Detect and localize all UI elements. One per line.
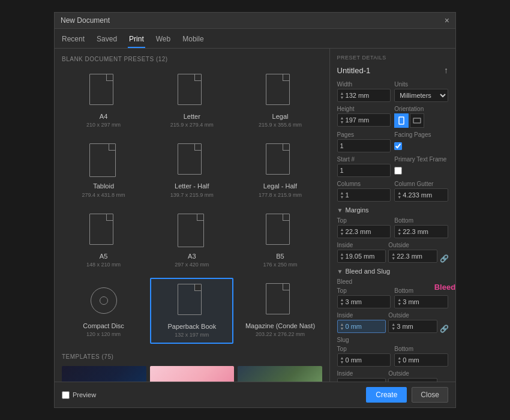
tab-web[interactable]: Web	[155, 32, 172, 48]
pages-input[interactable]	[337, 139, 391, 152]
height-up[interactable]: ▲	[340, 116, 344, 120]
tab-saved[interactable]: Saved	[95, 32, 118, 48]
height-input[interactable]: ▲ ▼	[337, 113, 391, 127]
facing-pages-checkbox[interactable]	[394, 142, 402, 150]
slug-outside-up[interactable]: ▲	[391, 380, 395, 382]
bleed-outside-input[interactable]: ▲ ▼	[388, 320, 437, 333]
margin-top-down[interactable]: ▼	[340, 232, 344, 236]
margin-bottom-field[interactable]	[403, 228, 445, 235]
bleed-link-icon[interactable]: 🔗	[440, 325, 448, 333]
margin-bottom-down[interactable]: ▼	[397, 232, 401, 236]
slug-bottom-input[interactable]: ▲ ▼	[394, 353, 448, 367]
bleed-slug-chevron[interactable]: ▼	[337, 268, 343, 275]
preset-legal-half[interactable]: Legal - Half 177.8 x 215.9 mm	[238, 138, 322, 203]
margins-link-icon[interactable]: 🔗	[440, 254, 448, 263]
margin-outside-down[interactable]: ▼	[391, 256, 395, 260]
preset-b5[interactable]: B5 176 x 250 mm	[238, 208, 322, 273]
gutter-up[interactable]: ▲	[397, 191, 401, 195]
bleed-top-field[interactable]	[346, 298, 388, 305]
height-field[interactable]	[346, 116, 388, 124]
slug-bottom-up[interactable]: ▲	[397, 356, 401, 360]
tab-recent[interactable]: Recent	[61, 32, 86, 48]
columns-field[interactable]	[346, 191, 388, 199]
slug-top-field[interactable]	[346, 356, 388, 364]
template-thumb-3[interactable]	[238, 366, 322, 382]
margin-outside-input[interactable]: ▲ ▼	[388, 250, 437, 263]
slug-outside-field[interactable]	[397, 381, 434, 382]
margin-outside-up[interactable]: ▲	[391, 252, 395, 256]
gutter-input[interactable]: ▲ ▼	[394, 188, 448, 202]
bleed-inside-down[interactable]: ▼	[340, 326, 344, 331]
export-icon[interactable]: ↑	[444, 65, 448, 75]
template-thumb-1[interactable]	[62, 366, 146, 382]
width-input[interactable]: ▲ ▼	[337, 89, 391, 102]
pages-field[interactable]	[340, 142, 388, 149]
height-down[interactable]: ▼	[340, 120, 344, 124]
units-select[interactable]: Millimeters Inches Points	[394, 89, 448, 102]
preset-letter-half[interactable]: Letter - Half 139.7 x 215.9 mm	[150, 138, 233, 203]
margin-bottom-input[interactable]: ▲ ▼	[394, 225, 448, 238]
bleed-top-up[interactable]: ▲	[340, 298, 344, 302]
slug-outside-input[interactable]: ▲ ▼	[388, 378, 437, 382]
portrait-button[interactable]	[394, 113, 409, 128]
margin-top-up[interactable]: ▲	[340, 227, 344, 232]
margin-top-field[interactable]	[346, 228, 388, 235]
primary-frame-checkbox[interactable]	[394, 167, 402, 175]
margin-inside-down[interactable]: ▼	[340, 256, 344, 260]
margin-bottom-up[interactable]: ▲	[397, 227, 401, 232]
bleed-top-down[interactable]: ▼	[340, 302, 344, 306]
slug-inside-input[interactable]: ▲ ▼	[337, 378, 386, 382]
preset-a5[interactable]: A5 148 x 210 mm	[62, 208, 145, 273]
preset-a3[interactable]: A3 297 x 420 mm	[150, 208, 233, 273]
bleed-top-input[interactable]: ▲ ▼	[337, 295, 391, 308]
margin-top-input[interactable]: ▲ ▼	[337, 225, 391, 238]
slug-inside-up[interactable]: ▲	[340, 380, 344, 382]
columns-up[interactable]: ▲	[340, 191, 344, 195]
width-down[interactable]: ▼	[340, 95, 344, 100]
landscape-button[interactable]	[410, 113, 424, 128]
margin-inside-field[interactable]	[346, 253, 383, 260]
margin-outside-field[interactable]	[397, 253, 434, 260]
bleed-bottom-field[interactable]	[403, 298, 445, 305]
gutter-down[interactable]: ▼	[397, 195, 401, 199]
slug-top-down[interactable]: ▼	[340, 360, 344, 364]
bleed-outside-field[interactable]	[397, 323, 434, 330]
create-button[interactable]: Create	[366, 387, 407, 403]
bleed-bottom-input[interactable]: ▲ ▼	[394, 295, 448, 308]
width-up[interactable]: ▲	[340, 91, 344, 95]
preview-checkbox[interactable]	[62, 391, 70, 399]
slug-bottom-down[interactable]: ▼	[397, 360, 401, 364]
slug-top-input[interactable]: ▲ ▼	[337, 353, 391, 367]
slug-bottom-field[interactable]	[403, 356, 445, 364]
bleed-outside-down[interactable]: ▼	[391, 326, 395, 331]
width-field[interactable]	[346, 92, 388, 99]
bleed-bottom-up[interactable]: ▲	[397, 298, 401, 302]
close-dialog-button[interactable]: Close	[412, 387, 448, 403]
bleed-bottom-down[interactable]: ▼	[397, 302, 401, 306]
template-thumb-2[interactable]	[150, 366, 235, 382]
document-name[interactable]: Untitled-1	[337, 66, 371, 75]
preset-letter[interactable]: Letter 215.9 x 279.4 mm	[150, 68, 233, 133]
slug-top-up[interactable]: ▲	[340, 356, 344, 360]
bleed-outside-up[interactable]: ▲	[391, 322, 395, 326]
columns-input[interactable]: ▲ ▼	[337, 188, 391, 202]
margin-inside-input[interactable]: ▲ ▼	[337, 250, 386, 263]
bleed-inside-input[interactable]: ▲ ▼	[337, 320, 386, 333]
gutter-field[interactable]	[403, 191, 445, 199]
slug-inside-field[interactable]	[346, 381, 383, 382]
preset-legal[interactable]: Legal 215.9 x 355.6 mm	[238, 68, 322, 133]
close-button[interactable]: ×	[445, 16, 449, 25]
tab-mobile[interactable]: Mobile	[181, 32, 205, 48]
columns-down[interactable]: ▼	[340, 195, 344, 199]
preset-a4[interactable]: A4 210 x 297 mm	[62, 68, 145, 133]
start-field[interactable]	[340, 167, 388, 174]
bleed-inside-up[interactable]: ▲	[340, 322, 344, 326]
bleed-inside-field[interactable]	[346, 323, 383, 330]
preset-cd[interactable]: Compact Disc 120 x 120 mm	[62, 278, 145, 344]
margin-inside-up[interactable]: ▲	[340, 252, 344, 256]
tab-print[interactable]: Print	[128, 32, 145, 48]
preset-tabloid[interactable]: Tabloid 279.4 x 431.8 mm	[62, 138, 145, 203]
preset-paperback[interactable]: Paperback Book 132 x 197 mm	[150, 278, 233, 344]
preset-magazine[interactable]: Magazine (Conde Nast) 203.22 x 276.22 mm	[238, 278, 322, 344]
start-input[interactable]	[337, 164, 391, 177]
